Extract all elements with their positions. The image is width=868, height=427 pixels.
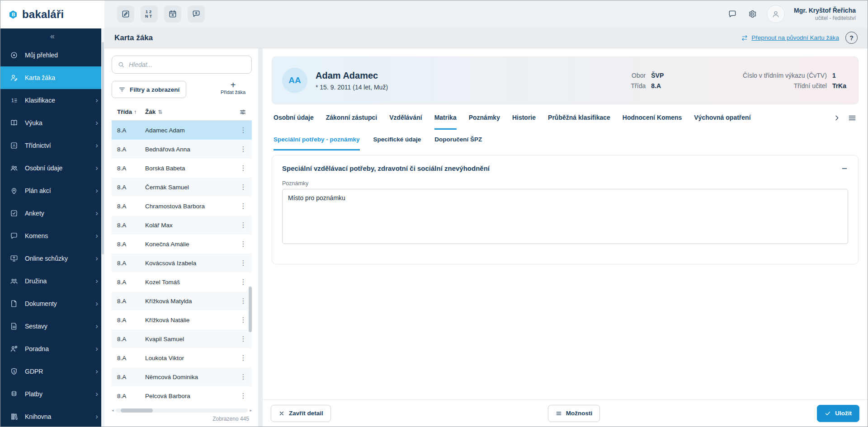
sidebar-item-gdpr[interactable]: § GDPR › xyxy=(0,360,104,383)
sidebar-item-knihovna[interactable]: Knihovna › xyxy=(0,405,104,427)
list-item[interactable]: 8.AKřížková Natálie⋮ xyxy=(112,310,252,329)
scroll-left-icon[interactable]: ◂ xyxy=(112,408,114,413)
row-class: 8.A xyxy=(117,127,145,134)
list-item[interactable]: 8.AČermák Samuel⋮ xyxy=(112,178,252,197)
column-class[interactable]: Třída ↑ xyxy=(117,108,145,115)
sidebar-item-label: Online schůzky xyxy=(25,255,89,262)
quick-tools: 12NT xyxy=(117,5,205,23)
brand-logo[interactable]: B bakaláři xyxy=(0,0,104,28)
list-item[interactable]: 8.ABednářová Anna⋮ xyxy=(112,140,252,159)
search-box xyxy=(112,56,252,74)
list-item[interactable]: 8.AKvapil Samuel⋮ xyxy=(112,329,252,348)
list-horizontal-scrollbar[interactable]: ◂ ▸ xyxy=(112,408,252,413)
column-student[interactable]: Žák ⇅ xyxy=(145,108,234,115)
list-item[interactable]: 8.ALoukota Viktor⋮ xyxy=(112,348,252,367)
student-initials-avatar: AA xyxy=(282,68,307,93)
tab-zakonni-zastupci[interactable]: Zákonní zástupci xyxy=(326,106,377,130)
timetable-button[interactable]: 12NT xyxy=(141,5,158,23)
tab-matrika[interactable]: Matrika xyxy=(434,106,457,130)
tabs-menu-icon[interactable] xyxy=(848,113,857,122)
sidebar-item-label: Platby xyxy=(25,390,89,398)
reports-icon xyxy=(9,322,19,331)
subtab-doporuceni-spz[interactable]: Doporučení ŠPZ xyxy=(434,130,482,150)
gear-icon[interactable] xyxy=(747,9,758,19)
detail-body: AA Adam Adamec * 15. 9. 2011 (14 let, Mu… xyxy=(263,48,868,399)
sidebar-item-klasifikace[interactable]: 1 Klasifikace › xyxy=(0,89,104,112)
comment-add-button[interactable] xyxy=(188,5,205,23)
sidebar-item-platby[interactable]: Platby › xyxy=(0,383,104,405)
field-value: ŠVP xyxy=(651,72,664,79)
switch-view-link[interactable]: Přepnout na původní Kartu žáka xyxy=(741,34,839,42)
list-item[interactable]: 8.ABorská Babeta⋮ xyxy=(112,159,252,178)
student-rows: 8.AAdamec Adam⋮ 8.ABednářová Anna⋮ 8.ABo… xyxy=(112,121,252,407)
list-item[interactable]: 8.AKovácsová Izabela⋮ xyxy=(112,253,252,272)
list-item[interactable]: 8.AChramostová Barbora⋮ xyxy=(112,197,252,216)
edit-icon xyxy=(121,9,130,19)
column-settings-icon[interactable] xyxy=(234,108,252,116)
sidebar-item-tridnictvi[interactable]: A Třídnictví › xyxy=(0,134,104,157)
sidebar-scrollbar-thumb[interactable] xyxy=(102,42,104,254)
row-class: 8.A xyxy=(117,317,145,324)
list-item[interactable]: 8.ANěmcová Dominika⋮ xyxy=(112,367,252,386)
row-class: 8.A xyxy=(117,260,145,267)
sidebar-item-osobni-udaje[interactable]: Osobní údaje › xyxy=(0,157,104,179)
sidebar-collapse-icon[interactable]: « xyxy=(0,28,104,44)
tab-vzdelavani[interactable]: Vzdělávání xyxy=(389,106,422,130)
sidebar: B bakaláři « Můj přehled Karta žáka 1 xyxy=(0,0,104,427)
search-input[interactable] xyxy=(129,61,246,68)
sidebar-item-muj-prehled[interactable]: Můj přehled xyxy=(0,44,104,66)
list-item[interactable]: 8.AAdamec Adam⋮ xyxy=(112,121,252,140)
close-detail-button[interactable]: Zavřít detail xyxy=(271,405,331,422)
chevron-right-icon: › xyxy=(95,118,98,127)
sidebar-item-online-schuzky[interactable]: Online schůzky › xyxy=(0,247,104,270)
tab-prubezna-klasifikace[interactable]: Průběžná klasifikace xyxy=(548,106,610,130)
messages-icon[interactable] xyxy=(727,9,738,19)
sidebar-item-druzina[interactable]: Družina › xyxy=(0,270,104,292)
sidebar-item-sestavy[interactable]: Sestavy › xyxy=(0,315,104,338)
tab-osobni-udaje[interactable]: Osobní údaje xyxy=(274,106,314,130)
tab-poznamky[interactable]: Poznámky xyxy=(469,106,500,130)
edit-button[interactable] xyxy=(117,5,134,23)
collapse-section-icon[interactable] xyxy=(841,165,848,172)
avatar[interactable] xyxy=(767,5,785,23)
options-button[interactable]: Možnosti xyxy=(548,405,600,422)
tab-historie[interactable]: Historie xyxy=(512,106,536,130)
sidebar-item-poradna[interactable]: Poradna › xyxy=(0,338,104,360)
row-student-name: Křížková Matylda xyxy=(145,298,235,305)
list-item[interactable]: 8.AKřížková Matylda⋮ xyxy=(112,291,252,310)
subtab-specialni-potreby[interactable]: Speciální potřeby - poznámky xyxy=(274,130,360,150)
sidebar-item-ankety[interactable]: Ankety › xyxy=(0,202,104,225)
list-item[interactable]: 8.APelcová Barbora⋮ xyxy=(112,386,252,405)
notes-textarea[interactable]: Místo pro poznámku xyxy=(282,189,848,244)
sidebar-item-plan-akci[interactable]: Plán akcí › xyxy=(0,179,104,202)
help-button[interactable]: ? xyxy=(845,32,858,44)
scrollbar-thumb[interactable] xyxy=(121,408,152,413)
list-item[interactable]: 8.AKolář Max⋮ xyxy=(112,216,252,235)
sidebar-item-vyuka[interactable]: Výuka › xyxy=(0,112,104,134)
chevron-right-icon: › xyxy=(95,412,98,421)
sidebar-scrollbar[interactable] xyxy=(101,28,104,427)
sidebar-item-komens[interactable]: Komens › xyxy=(0,225,104,247)
sidebar-item-label: GDPR xyxy=(25,368,89,375)
teaching-icon xyxy=(9,118,19,127)
sidebar-item-dokumenty[interactable]: Dokumenty › xyxy=(0,292,104,315)
section-title: Speciální vzdělávací potřeby, zdravotní … xyxy=(282,164,490,172)
add-student-button[interactable]: + Přidat žáka xyxy=(221,81,245,95)
chevron-right-icon: › xyxy=(95,322,98,331)
subtab-specificke-udaje[interactable]: Specifické údaje xyxy=(373,130,421,150)
list-item[interactable]: 8.AKozel Tomáš⋮ xyxy=(112,272,252,291)
scrollbar-thumb[interactable] xyxy=(249,286,252,332)
save-button[interactable]: Uložit xyxy=(817,405,859,422)
row-class: 8.A xyxy=(117,165,145,172)
user-info[interactable]: Mgr. Kryštof Řeřicha učitel - ředitelstv… xyxy=(794,7,856,21)
list-vertical-scrollbar[interactable] xyxy=(249,121,252,407)
tabs-scroll-right-icon[interactable] xyxy=(833,114,840,122)
scroll-right-icon[interactable]: ▸ xyxy=(250,408,252,413)
sidebar-item-karta-zaka[interactable]: Karta žáka xyxy=(0,66,104,89)
filters-button[interactable]: Filtry a zobrazení xyxy=(112,81,186,98)
calendar-absence-button[interactable] xyxy=(164,5,181,23)
tab-hodnoceni-komens[interactable]: Hodnocení Komens xyxy=(623,106,682,130)
chevron-right-icon: › xyxy=(95,209,98,218)
tab-vychovna-opatreni[interactable]: Výchovná opatření xyxy=(694,106,750,130)
list-item[interactable]: 8.AKonečná Amálie⋮ xyxy=(112,235,252,253)
